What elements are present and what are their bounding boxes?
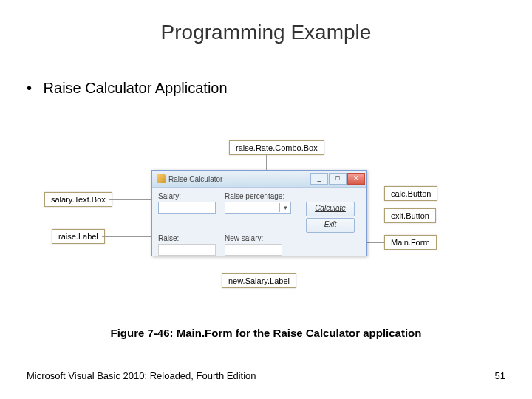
minimize-button[interactable]: _ [310, 173, 328, 185]
bullet-text: Raise Calculator Application [44, 80, 228, 96]
leader-exit-button [366, 216, 384, 216]
callout-calc-button: calc.Button [384, 186, 437, 201]
page-number: 51 [495, 370, 505, 381]
app-icon [157, 174, 166, 183]
combo-dropdown-icon[interactable]: ▾ [279, 203, 290, 212]
label-raise-percentage: Raise percentage: [225, 192, 299, 200]
leader-raise-label [102, 236, 151, 237]
footer-text: Microsoft Visual Basic 2010: Reloaded, F… [27, 370, 256, 381]
callout-exit-button: exit.Button [384, 208, 436, 223]
window-buttons: _ □ ✕ [310, 173, 365, 185]
figure-caption: Figure 7-46: Main.Form for the Raise Cal… [0, 327, 532, 339]
callout-new-salary-label: new.Salary.Label [222, 273, 296, 288]
leader-salary-textbox [109, 200, 151, 200]
calculate-button[interactable]: Calculate [306, 202, 355, 216]
callout-raise-label: raise.Label [52, 229, 105, 244]
close-button[interactable]: ✕ [347, 173, 365, 185]
new-salary-output-label [225, 244, 282, 256]
leader-main-form [366, 242, 384, 243]
window-title: Raise Calculator [168, 175, 222, 183]
salary-textbox[interactable] [158, 202, 216, 214]
figure-area: salary.Text.Box raise.Label raise.Rate.C… [74, 148, 458, 303]
titlebar: Raise Calculator _ □ ✕ [152, 171, 366, 188]
slide-title: Programming Example [0, 21, 532, 44]
callout-main-form: Main.Form [384, 235, 437, 250]
label-salary: Salary: [158, 192, 217, 200]
label-new-salary: New salary: [225, 234, 299, 242]
raise-rate-combobox[interactable]: ▾ [225, 202, 291, 214]
vb-form-window: Raise Calculator _ □ ✕ Salary: Raise per… [151, 170, 367, 256]
leader-calc-button [366, 194, 384, 194]
exit-button[interactable]: Exit [306, 218, 355, 233]
raise-output-label [158, 244, 216, 256]
callout-raise-rate-combo: raise.Rate.Combo.Box [229, 140, 324, 155]
maximize-button[interactable]: □ [329, 173, 347, 185]
bullet-dot: • [27, 80, 32, 97]
label-raise: Raise: [158, 234, 217, 242]
bullet-line: • Raise Calculator Application [27, 80, 228, 97]
callout-salary-textbox: salary.Text.Box [44, 192, 112, 207]
